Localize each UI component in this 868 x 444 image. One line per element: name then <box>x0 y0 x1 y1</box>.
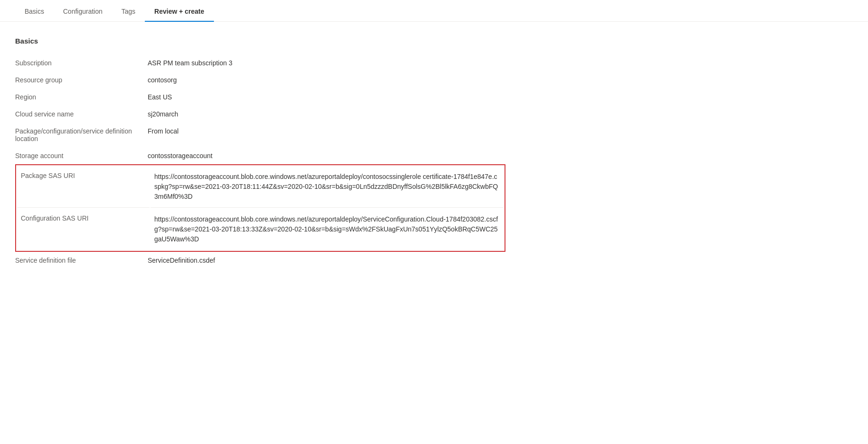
value-subscription: ASR PM team subscription 3 <box>148 54 505 71</box>
tab-configuration[interactable]: Configuration <box>53 0 112 22</box>
section-title: Basics <box>15 37 505 45</box>
value-service-definition-file: ServiceDefinition.csdef <box>148 252 505 269</box>
row-subscription: Subscription ASR PM team subscription 3 <box>15 54 505 71</box>
label-storage-account: Storage account <box>15 147 148 164</box>
label-cloud-service-name: Cloud service name <box>15 106 148 123</box>
review-content: Basics Subscription ASR PM team subscrip… <box>0 22 521 284</box>
row-configuration-sas-uri: Configuration SAS URI https://contosstor… <box>17 209 504 250</box>
tabs-bar: Basics Configuration Tags Review + creat… <box>0 0 868 22</box>
label-package-location: Package/configuration/service definition… <box>15 123 148 147</box>
row-package-sas-uri: Package SAS URI https://contosstorageacc… <box>17 166 504 208</box>
value-region: East US <box>148 89 505 106</box>
tab-basics[interactable]: Basics <box>15 0 53 22</box>
value-cloud-service-name: sj20march <box>148 106 505 123</box>
row-storage-account: Storage account contosstorageaccount <box>15 147 505 164</box>
row-package-location: Package/configuration/service definition… <box>15 123 505 147</box>
value-resource-group: contosorg <box>148 71 505 89</box>
highlighted-section: Package SAS URI https://contosstorageacc… <box>15 164 505 252</box>
highlighted-border-box: Package SAS URI https://contosstorageacc… <box>15 164 505 252</box>
label-resource-group: Resource group <box>15 71 148 89</box>
label-service-definition-file: Service definition file <box>15 252 148 269</box>
highlighted-fields-table: Package SAS URI https://contosstorageacc… <box>16 165 505 251</box>
label-subscription: Subscription <box>15 54 148 71</box>
value-storage-account: contosstorageaccount <box>148 147 505 164</box>
row-service-definition-file: Service definition file ServiceDefinitio… <box>15 252 505 269</box>
review-table-bottom: Service definition file ServiceDefinitio… <box>15 252 505 269</box>
row-resource-group: Resource group contosorg <box>15 71 505 89</box>
label-region: Region <box>15 89 148 106</box>
label-package-sas-uri: Package SAS URI <box>17 166 150 208</box>
tab-review-create[interactable]: Review + create <box>145 0 213 22</box>
value-package-location: From local <box>148 123 505 147</box>
label-configuration-sas-uri: Configuration SAS URI <box>17 209 150 250</box>
tab-tags[interactable]: Tags <box>112 0 145 22</box>
row-region: Region East US <box>15 89 505 106</box>
row-cloud-service-name: Cloud service name sj20march <box>15 106 505 123</box>
review-table: Subscription ASR PM team subscription 3 … <box>15 54 505 164</box>
highlighted-block-row: Package SAS URI https://contosstorageacc… <box>15 164 505 252</box>
value-package-sas-uri: https://contosstorageaccount.blob.core.w… <box>151 166 504 208</box>
value-configuration-sas-uri: https://contosstorageaccount.blob.core.w… <box>151 209 504 250</box>
